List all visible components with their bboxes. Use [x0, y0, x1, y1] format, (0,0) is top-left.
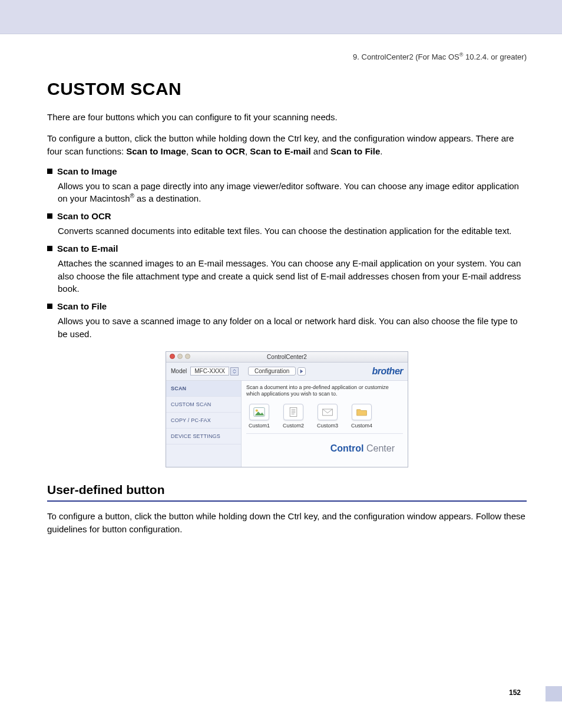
scan-to-ocr-label: Scan to OCR	[191, 146, 245, 156]
item-body-scan-to-email: Attaches the scanned images to an E-mail…	[58, 257, 527, 295]
folder-icon	[352, 404, 372, 420]
window-titlebar: ControlCenter2	[166, 352, 408, 363]
bullet-icon	[47, 213, 52, 219]
envelope-icon	[318, 404, 338, 420]
custom4-button[interactable]: Custom4	[351, 404, 372, 429]
window-traffic-lights	[170, 354, 190, 359]
item-head-scan-to-image: Scan to Image	[47, 166, 527, 176]
content-pane: Scan a document into a pre-defined appli…	[242, 381, 408, 467]
item-body-scan-to-image: Allows you to scan a page directly into …	[58, 180, 527, 206]
scan-to-email-label: Scan to E-mail	[250, 146, 310, 156]
custom-button-row: Custom1 Custom2 Custom3	[246, 403, 403, 432]
bullet-icon	[47, 169, 52, 174]
header-text-b: 10.2.4. or greater)	[463, 52, 527, 61]
item-title: Scan to E-mail	[57, 243, 118, 253]
close-icon[interactable]	[170, 354, 175, 359]
bullet-icon	[47, 304, 52, 309]
section-title-user-defined: User-defined button	[47, 483, 527, 497]
scan-to-image-label: Scan to Image	[126, 146, 186, 156]
item-body-scan-to-ocr: Converts scanned documents into editable…	[58, 225, 527, 238]
svg-point-1	[256, 409, 258, 411]
item-title: Scan to Image	[57, 166, 117, 176]
controlcenter-logo: Control Center	[246, 437, 403, 461]
document-icon	[283, 404, 303, 420]
updown-icon	[230, 367, 239, 375]
item-head-scan-to-ocr: Scan to OCR	[47, 211, 527, 221]
custom3-button[interactable]: Custom3	[317, 404, 338, 429]
model-label: Model	[171, 368, 187, 374]
controlcenter-window: ControlCenter2 Model MFC-XXXX Configurat…	[166, 351, 408, 467]
custom2-button[interactable]: Custom2	[283, 404, 304, 429]
item-head-scan-to-email: Scan to E-mail	[47, 243, 527, 253]
custom3-label: Custom3	[317, 423, 338, 429]
intro-paragraph-2: To configure a button, click the button …	[47, 132, 527, 158]
custom2-label: Custom2	[283, 423, 304, 429]
image-icon	[249, 404, 269, 420]
svg-rect-2	[290, 407, 297, 416]
page-content: 9. ControlCenter2 (For Mac OS® 10.2.4. o…	[0, 34, 562, 720]
custom4-label: Custom4	[351, 423, 372, 429]
configuration-label: Configuration	[248, 367, 296, 375]
window-toolbar: Model MFC-XXXX Configuration brother	[166, 363, 408, 381]
header-text-a: 9. ControlCenter2 (For Mac OS	[353, 52, 459, 61]
top-banner	[0, 0, 562, 34]
section-body-user-defined: To configure a button, click the button …	[47, 510, 527, 536]
page-footer: 152	[47, 689, 527, 697]
window-title: ControlCenter2	[267, 354, 307, 360]
sidebar: SCAN CUSTOM SCAN COPY / PC-FAX DEVICE SE…	[166, 381, 242, 467]
configuration-button[interactable]: Configuration	[248, 367, 306, 375]
page-title: CUSTOM SCAN	[47, 79, 527, 99]
running-header: 9. ControlCenter2 (For Mac OS® 10.2.4. o…	[47, 52, 527, 61]
hint-text: Scan a document into a pre-defined appli…	[246, 384, 403, 398]
item-body-scan-to-file: Allows you to save a scanned image to an…	[58, 315, 527, 341]
sidebar-item-copy-pcfax[interactable]: COPY / PC-FAX	[166, 413, 241, 429]
minimize-icon[interactable]	[177, 354, 183, 359]
item-title: Scan to File	[57, 301, 107, 311]
model-select[interactable]: MFC-XXXX	[190, 367, 239, 375]
intro-paragraph-1: There are four buttons which you can con…	[47, 111, 527, 124]
registered-mark: ®	[130, 193, 134, 199]
sidebar-item-device-settings[interactable]: DEVICE SETTINGS	[166, 429, 241, 444]
sidebar-item-scan[interactable]: SCAN	[166, 381, 241, 397]
screenshot-figure: ControlCenter2 Model MFC-XXXX Configurat…	[47, 351, 527, 467]
chevron-right-icon	[297, 367, 306, 375]
scan-to-file-label: Scan to File	[330, 146, 380, 156]
divider	[246, 433, 403, 434]
page-number: 152	[47, 689, 527, 697]
brother-logo: brother	[372, 366, 404, 377]
section-rule	[47, 500, 527, 502]
page-tab	[546, 686, 562, 701]
model-select-value: MFC-XXXX	[190, 367, 229, 375]
sidebar-item-custom-scan[interactable]: CUSTOM SCAN	[166, 397, 241, 413]
custom1-label: Custom1	[249, 423, 270, 429]
custom1-button[interactable]: Custom1	[249, 404, 270, 429]
item-head-scan-to-file: Scan to File	[47, 301, 527, 311]
bullet-icon	[47, 246, 52, 251]
zoom-icon[interactable]	[185, 354, 190, 359]
item-title: Scan to OCR	[57, 211, 111, 221]
